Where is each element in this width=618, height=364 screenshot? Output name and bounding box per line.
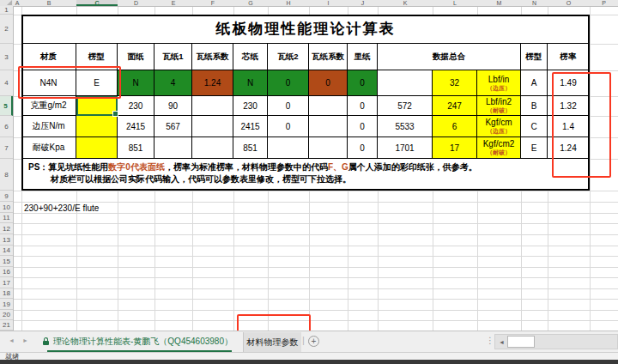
horizontal-scrollbar[interactable]: ◄ — [494, 334, 618, 349]
cell-I7[interactable] — [309, 137, 348, 159]
cell-M4[interactable]: Lbf/in （边压） — [477, 70, 521, 96]
cell-M7[interactable]: Kgf/cm2 （耐破） — [477, 137, 521, 159]
tab-active-sheet[interactable]: 理论物理计算性能表-黄鹏飞（QQ454603980） — [43, 332, 233, 351]
cell-G3[interactable]: 芯纸 — [233, 44, 268, 70]
row-header-5[interactable]: 5 — [0, 96, 13, 116]
row-header-17[interactable]: 17 — [0, 277, 13, 288]
cell-B5[interactable]: 克重g/m2 — [21, 96, 76, 116]
cell-I4[interactable]: 0 — [309, 70, 348, 96]
cell-I3[interactable]: 瓦纸系数 — [309, 44, 348, 70]
cell-K4[interactable] — [378, 70, 433, 96]
cell-L5[interactable]: 247 — [433, 96, 477, 116]
fill-handle[interactable] — [112, 111, 118, 117]
cell-E3[interactable]: 瓦纸1 — [154, 44, 192, 70]
cell-J4[interactable]: 0 — [348, 70, 378, 96]
cell-M6[interactable]: Kgf/cm （边压） — [477, 116, 521, 137]
row-header-1[interactable]: 1 — [0, 6, 13, 15]
cell-B10[interactable]: 230+90+230/E flute — [24, 203, 99, 213]
row-header-20[interactable]: 20 — [0, 310, 13, 320]
sheet-scroll-left-icon[interactable]: ◄ — [9, 337, 15, 343]
column-header-f[interactable]: F — [192, 0, 233, 6]
cell-K7[interactable]: 1701 — [378, 137, 433, 159]
cell-F7[interactable] — [192, 137, 233, 159]
row-header-3[interactable]: 3 — [0, 44, 13, 70]
cell-E7[interactable] — [154, 137, 192, 159]
cell-L6[interactable]: 6 — [433, 116, 477, 137]
selected-cell-outline[interactable] — [76, 96, 118, 116]
cell-G7[interactable]: 851 — [233, 137, 268, 159]
cell-D5[interactable]: 230 — [118, 96, 154, 116]
cell-N3[interactable]: 楞型 — [521, 44, 548, 70]
row-header-6[interactable]: 6 — [0, 116, 13, 137]
row-header-10[interactable]: 10 — [0, 202, 13, 213]
cell-N6[interactable]: C — [521, 116, 548, 137]
cell-J7[interactable]: 0 — [348, 137, 378, 159]
cell-G6[interactable]: 2415 — [233, 116, 268, 137]
column-header-e[interactable]: E — [154, 0, 192, 6]
scrollbar-left-icon[interactable]: ◄ — [499, 339, 505, 345]
row-header-13[interactable]: 13 — [0, 234, 13, 246]
cell-N7[interactable]: E — [521, 137, 548, 159]
scrollbar-thumb[interactable] — [507, 336, 535, 348]
cell-K5[interactable]: 572 — [378, 96, 433, 116]
cell-M5[interactable]: Lbf/in2 （耐破） — [477, 96, 521, 116]
cell-K3-M3[interactable]: 数据总合 — [378, 44, 521, 70]
column-header-n[interactable]: N — [521, 0, 548, 6]
column-header-d[interactable]: D — [118, 0, 154, 6]
column-header-i[interactable]: I — [309, 0, 348, 6]
cell-C7[interactable] — [76, 137, 118, 159]
cell-F5[interactable] — [192, 96, 233, 116]
cell-E5[interactable]: 90 — [154, 96, 192, 116]
cell-F6[interactable] — [192, 116, 233, 137]
cell-N4[interactable]: A — [521, 70, 548, 96]
row-header-14[interactable]: 14 — [0, 246, 13, 256]
row-header-16[interactable]: 16 — [0, 267, 13, 277]
row-header-15[interactable]: 15 — [0, 256, 13, 267]
column-header-b[interactable]: B — [21, 0, 76, 6]
cell-O3[interactable]: 楞率 — [548, 44, 590, 70]
column-header-k[interactable]: K — [378, 0, 433, 6]
cell-J3[interactable]: 里纸 — [348, 44, 378, 70]
column-header-l[interactable]: L — [433, 0, 477, 6]
row-header-2[interactable]: 2 — [0, 15, 13, 44]
table-title-cell[interactable]: 纸板物理性能理论计算表 — [21, 15, 590, 44]
cell-E4[interactable]: 4 — [154, 70, 192, 96]
cell-L4[interactable]: 32 — [433, 70, 477, 96]
cell-F4[interactable]: 1.24 — [192, 70, 233, 96]
cell-K6[interactable]: 5533 — [378, 116, 433, 137]
row-header-21[interactable]: 21 — [0, 320, 13, 331]
select-all-corner[interactable] — [0, 0, 13, 6]
cell-G4[interactable]: N — [233, 70, 268, 96]
column-header-c[interactable]: C — [76, 0, 118, 6]
cell-H3[interactable]: 瓦纸2 — [268, 44, 309, 70]
cell-D3[interactable]: 面纸 — [118, 44, 154, 70]
cell-F3[interactable]: 瓦纸系数 — [192, 44, 233, 70]
cell-E6[interactable]: 567 — [154, 116, 192, 137]
cell-J6[interactable]: 0 — [348, 116, 378, 137]
column-header-m[interactable]: M — [477, 0, 521, 6]
tab-material-params[interactable]: 材料物理参数 — [243, 332, 301, 352]
column-header-j[interactable]: J — [348, 0, 378, 6]
cell-H5[interactable]: 0 — [268, 96, 309, 116]
column-header-o[interactable]: O — [548, 0, 590, 6]
cell-J5[interactable]: 0 — [348, 96, 378, 116]
cell-H4[interactable]: 0 — [268, 70, 309, 96]
row-header-8[interactable]: 8 — [0, 159, 13, 191]
cell-B6[interactable]: 边压N/m — [21, 116, 76, 137]
column-header-a[interactable]: A — [13, 0, 21, 6]
cell-D6[interactable]: 2415 — [118, 116, 154, 137]
cell-G5[interactable]: 230 — [233, 96, 268, 116]
row-header-7[interactable]: 7 — [0, 137, 13, 159]
cell-H6[interactable]: 0 — [268, 116, 309, 137]
row-header-18[interactable]: 18 — [0, 288, 13, 299]
column-header-p[interactable]: P — [590, 0, 618, 6]
ps-note-cell[interactable]: PS：算见坑纸性能用数字0代表面纸，楞率为标准楞率，材料物理参数中的代码F、G属… — [21, 159, 590, 191]
cell-C6[interactable] — [76, 116, 118, 137]
row-header-9[interactable]: 9 — [0, 191, 13, 202]
cell-L7[interactable]: 17 — [433, 137, 477, 159]
cell-H7[interactable] — [268, 137, 309, 159]
cell-N5[interactable]: B — [521, 96, 548, 116]
cell-D7[interactable]: 851 — [118, 137, 154, 159]
cell-B7[interactable]: 耐破Kpa — [21, 137, 76, 159]
sheet-scroll-right-icon[interactable]: ► — [22, 337, 28, 343]
